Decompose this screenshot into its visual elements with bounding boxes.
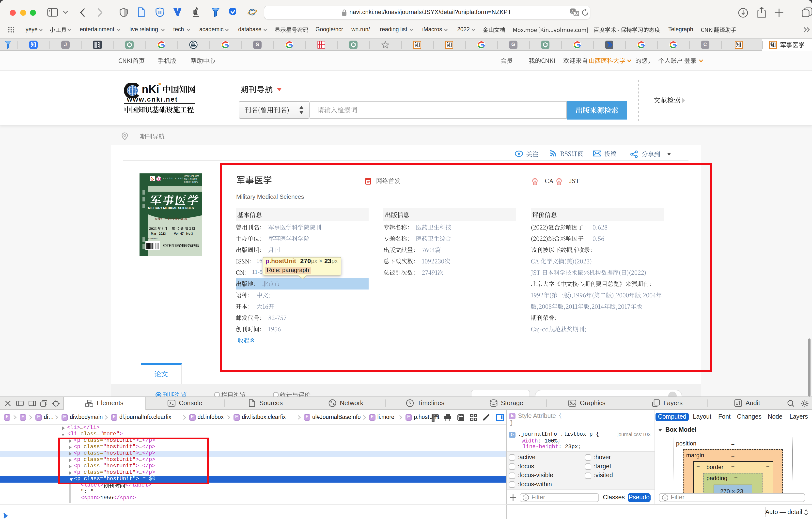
- svg-text:A: A: [571, 9, 574, 13]
